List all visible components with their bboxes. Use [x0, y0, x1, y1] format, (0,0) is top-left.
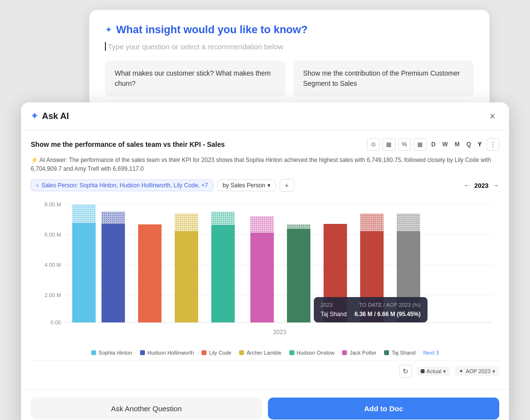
actual-label: Actual [427, 368, 442, 374]
period-D[interactable]: D [429, 140, 438, 149]
group-by-chip[interactable]: by Sales Person ▾ [217, 180, 275, 191]
modal-title: ✦ Ask AI [31, 111, 69, 121]
bar-hudson-h-actual [102, 224, 125, 322]
bottom-controls: ↻ Actual ▾ ✦ AOP 2023 ▾ [31, 360, 499, 381]
period-Q[interactable]: Q [465, 140, 473, 149]
modal-sparkle-icon: ✦ [31, 111, 38, 121]
legend-dot-taj [384, 350, 389, 355]
legend-label-hudson-o: Hudson Onslow [297, 350, 335, 356]
sparkle-icon: ✦ [105, 24, 112, 35]
legend-dot-jack [342, 350, 347, 355]
group-by-label: by Sales Person [223, 182, 265, 189]
legend-sophia: Sophia Hinton [91, 350, 132, 356]
bar-archer-actual [175, 231, 198, 322]
chart-controls: ⊙ ▦ % ▦ D W M Q Y ⋮ [367, 138, 499, 151]
legend-next-btn[interactable]: Next 3 [423, 350, 439, 356]
period-W[interactable]: W [440, 140, 449, 149]
bar-lily-actual [138, 224, 162, 322]
suggestion-chip-1[interactable]: What makes our customer stick? What make… [105, 60, 285, 97]
legend-archer: Archer Lamble [239, 350, 282, 356]
aop-chevron: ▾ [492, 368, 495, 375]
year-label: 2023 [474, 182, 489, 189]
bar-hudson-h-aop-dot [102, 212, 125, 224]
bar-archer-aop-dot [175, 214, 198, 231]
legend-dot-archer [239, 350, 244, 355]
modal-header: ✦ Ask AI × [21, 102, 509, 130]
y-label-8: 8.00 M [44, 201, 61, 207]
filter-chip-text: Sales Person: Sophia Hinton, Hudson Holl… [41, 182, 208, 189]
legend-lily: Lily Code [202, 350, 231, 356]
ai-answer-text: AI Answer: The performance of the sales … [31, 157, 491, 172]
suggestion-heading: What insight would you like to know? [116, 23, 307, 36]
bar-next3-actual [397, 231, 420, 322]
aop-label: AOP 2023 [466, 368, 490, 374]
main-modal: ✦ Ask AI × Show me the performance of sa… [21, 102, 509, 420]
chart-svg: 8.00 M 6.00 M 4.00 M 2.00 M 0.00 [31, 200, 499, 346]
aop-icon: ✦ [459, 368, 464, 375]
bar-taj-actual [287, 229, 310, 322]
group-by-chevron: ▾ [267, 182, 270, 189]
legend-dot-hudson-o [289, 350, 294, 355]
legend-label-sophia: Sophia Hinton [99, 350, 132, 356]
add-to-doc-btn[interactable]: Add to Doc [268, 398, 499, 420]
bar-jack-aop-dot [250, 216, 274, 233]
period-Y[interactable]: Y [476, 140, 484, 149]
legend-dot-hudson-h [140, 350, 145, 355]
close-button[interactable]: × [486, 109, 499, 123]
legend-label-hudson-h: Hudson Hollinworth [147, 350, 194, 356]
suggestion-chip-2[interactable]: Show me the contribution of the Premium … [293, 60, 474, 97]
year-nav: ← 2023 → [464, 181, 499, 189]
bar-sophia-aop-dot [72, 204, 96, 223]
add-filter-btn[interactable]: + [280, 179, 294, 192]
percent-btn[interactable]: % [398, 138, 411, 151]
filter-row: ▿ Sales Person: Sophia Hinton, Hudson Ho… [31, 179, 499, 192]
bar-hudson-o-aop-dot [211, 212, 235, 225]
actual-badge[interactable]: Actual ▾ [417, 367, 450, 376]
legend-taj: Taj Shand [384, 350, 415, 356]
legend-label-lily: Lily Code [209, 350, 231, 356]
bar-chart-btn[interactable]: ▦ [383, 138, 395, 151]
ai-icon: ⚡ [31, 157, 38, 163]
x-axis-label: 2023 [273, 329, 286, 336]
legend-hudson-o: Hudson Onslow [289, 350, 335, 356]
calendar-btn[interactable]: ▦ [414, 138, 427, 151]
actual-chevron: ▾ [443, 368, 446, 375]
next-year-btn[interactable]: → [492, 181, 499, 189]
bar-next2-actual [360, 231, 384, 322]
aop-badge[interactable]: ✦ AOP 2023 ▾ [455, 366, 499, 376]
dot-chart-btn[interactable]: ⊙ [367, 138, 380, 151]
legend-dot-lily [202, 350, 206, 355]
suggestion-chips: What makes our customer stick? What make… [105, 60, 474, 97]
legend-dot-sophia [91, 350, 96, 355]
filter-funnel-icon: ▿ [36, 183, 39, 188]
y-label-4: 4.00 M [44, 262, 61, 268]
suggestion-title-row: ✦ What insight would you like to know? [105, 23, 474, 36]
bar-next2-aop-dot [360, 214, 384, 231]
modal-title-text: Ask AI [42, 111, 69, 121]
refresh-btn[interactable]: ↻ [399, 365, 412, 378]
bar-next3-aop-dot [397, 214, 420, 231]
sales-person-filter[interactable]: ▿ Sales Person: Sophia Hinton, Hudson Ho… [31, 180, 213, 191]
suggestion-card: ✦ What insight would you like to know? T… [89, 10, 489, 112]
legend-label-taj: Taj Shand [391, 350, 415, 356]
prev-year-btn[interactable]: ← [464, 181, 470, 189]
period-M[interactable]: M [453, 140, 462, 149]
bar-sophia-actual [72, 223, 96, 322]
cursor [105, 42, 106, 51]
ai-answer: ⚡ AI Answer: The performance of the sale… [31, 156, 499, 173]
bar-jack-actual [250, 233, 274, 322]
bar-hudson-o-actual [211, 225, 235, 322]
chart-container: 8.00 M 6.00 M 4.00 M 2.00 M 0.00 [31, 200, 499, 346]
more-options-btn[interactable]: ⋮ [487, 138, 499, 151]
bar-next1-actual [324, 224, 347, 322]
y-label-0: 0.00 [51, 320, 61, 325]
bar-taj-aop-dot [287, 224, 310, 229]
y-label-6: 6.00 M [44, 232, 61, 238]
legend-jack: Jack Potter [342, 350, 376, 356]
ask-another-btn[interactable]: Ask Another Question [31, 398, 262, 420]
legend-label-jack: Jack Potter [349, 350, 376, 356]
chart-legend: Sophia Hinton Hudson Hollinworth Lily Co… [31, 350, 499, 356]
suggestion-input-row: Type your question or select a recommend… [105, 42, 474, 51]
query-title: Show me the performance of sales team vs… [31, 140, 225, 148]
y-label-2: 2.00 M [44, 292, 61, 298]
